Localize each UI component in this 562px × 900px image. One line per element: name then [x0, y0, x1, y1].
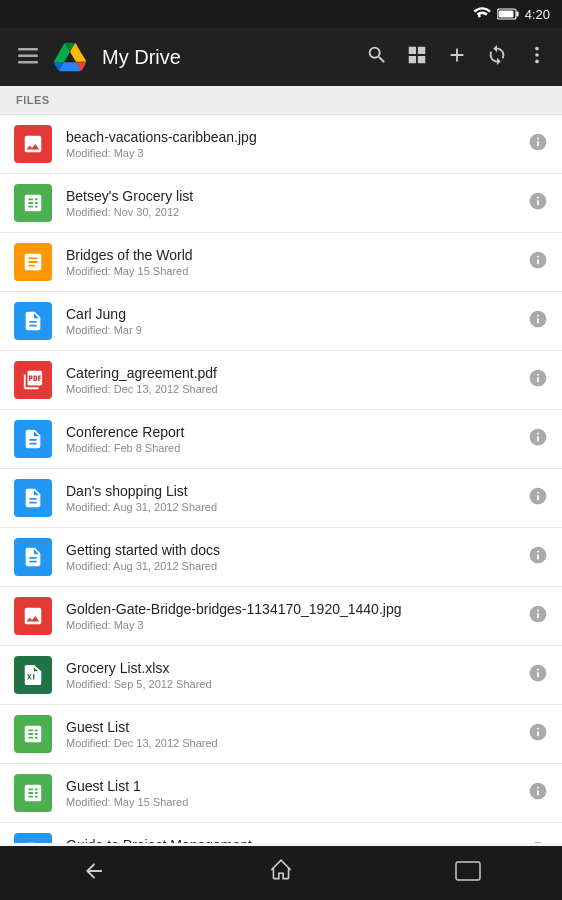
file-info-icon[interactable]	[528, 250, 548, 275]
status-icons: 4:20	[473, 7, 550, 22]
file-meta: Modified: May 3	[66, 619, 514, 631]
grid-view-icon[interactable]	[406, 44, 428, 71]
file-list: beach-vacations-caribbean.jpgModified: M…	[0, 115, 562, 843]
wifi-icon	[473, 7, 491, 21]
file-name: Grocery List.xlsx	[66, 660, 514, 676]
sync-icon[interactable]	[486, 44, 508, 71]
file-name: Bridges of the World	[66, 247, 514, 263]
file-info-icon[interactable]	[528, 663, 548, 688]
list-item[interactable]: Bridges of the WorldModified: May 15 Sha…	[0, 233, 562, 292]
file-info-icon[interactable]	[528, 309, 548, 334]
file-info: Bridges of the WorldModified: May 15 Sha…	[66, 247, 514, 277]
file-info-icon[interactable]	[528, 781, 548, 806]
file-meta: Modified: Dec 13, 2012 Shared	[66, 383, 514, 395]
add-icon[interactable]	[446, 44, 468, 71]
app-title: My Drive	[102, 46, 354, 69]
battery-icon	[497, 8, 519, 20]
file-info: Golden-Gate-Bridge-bridges-1134170_1920_…	[66, 601, 514, 631]
file-info-icon[interactable]	[528, 840, 548, 844]
svg-rect-2	[516, 12, 518, 17]
file-info: Guest List 1Modified: May 15 Shared	[66, 778, 514, 808]
recents-nav-icon[interactable]	[435, 851, 501, 895]
file-info-icon[interactable]	[528, 368, 548, 393]
list-item[interactable]: Grocery List.xlsxModified: Sep 5, 2012 S…	[0, 646, 562, 705]
file-name: Catering_agreement.pdf	[66, 365, 514, 381]
svg-point-0	[478, 15, 481, 18]
file-info-icon[interactable]	[528, 486, 548, 511]
list-item[interactable]: Betsey's Grocery listModified: Nov 30, 2…	[0, 174, 562, 233]
file-type-icon	[14, 715, 52, 753]
file-type-icon	[14, 833, 52, 843]
search-icon[interactable]	[366, 44, 388, 71]
list-item[interactable]: Conference ReportModified: Feb 8 Shared	[0, 410, 562, 469]
file-name: Guide to Project Management	[66, 837, 514, 843]
list-item[interactable]: Guest List 1Modified: May 15 Shared	[0, 764, 562, 823]
bottom-nav-bar	[0, 846, 562, 900]
svg-point-9	[535, 59, 539, 63]
file-type-icon	[14, 302, 52, 340]
list-item[interactable]: Dan's shopping ListModified: Aug 31, 201…	[0, 469, 562, 528]
file-type-icon	[14, 774, 52, 812]
home-nav-icon[interactable]	[248, 849, 314, 897]
drive-logo	[54, 41, 86, 73]
file-info-icon[interactable]	[528, 132, 548, 157]
hamburger-icon[interactable]	[14, 42, 42, 73]
file-meta: Modified: Aug 31, 2012 Shared	[66, 501, 514, 513]
file-info-icon[interactable]	[528, 722, 548, 747]
file-info: Guide to Project ManagementModified: Aug…	[66, 837, 514, 843]
status-time: 4:20	[525, 7, 550, 22]
back-nav-icon[interactable]	[61, 851, 127, 895]
file-name: beach-vacations-caribbean.jpg	[66, 129, 514, 145]
file-info: Conference ReportModified: Feb 8 Shared	[66, 424, 514, 454]
file-type-icon	[14, 597, 52, 635]
file-meta: Modified: Aug 31, 2012 Shared	[66, 560, 514, 572]
file-info-icon[interactable]	[528, 427, 548, 452]
file-info: Dan's shopping ListModified: Aug 31, 201…	[66, 483, 514, 513]
svg-rect-10	[456, 862, 480, 880]
toolbar-icons	[366, 44, 548, 71]
file-meta: Modified: Nov 30, 2012	[66, 206, 514, 218]
svg-rect-4	[18, 48, 38, 51]
file-name: Getting started with docs	[66, 542, 514, 558]
file-meta: Modified: May 15 Shared	[66, 265, 514, 277]
file-type-icon	[14, 479, 52, 517]
list-item[interactable]: Guide to Project ManagementModified: Aug…	[0, 823, 562, 843]
file-info: Getting started with docsModified: Aug 3…	[66, 542, 514, 572]
file-type-icon	[14, 125, 52, 163]
file-info-icon[interactable]	[528, 191, 548, 216]
file-type-icon	[14, 538, 52, 576]
file-name: Conference Report	[66, 424, 514, 440]
file-info-icon[interactable]	[528, 604, 548, 629]
list-item[interactable]: beach-vacations-caribbean.jpgModified: M…	[0, 115, 562, 174]
file-name: Guest List	[66, 719, 514, 735]
file-type-icon	[14, 361, 52, 399]
status-bar: 4:20	[0, 0, 562, 28]
svg-rect-3	[498, 11, 513, 18]
list-item[interactable]: Golden-Gate-Bridge-bridges-1134170_1920_…	[0, 587, 562, 646]
file-info: Guest ListModified: Dec 13, 2012 Shared	[66, 719, 514, 749]
file-info: beach-vacations-caribbean.jpgModified: M…	[66, 129, 514, 159]
svg-rect-6	[18, 61, 38, 64]
file-name: Golden-Gate-Bridge-bridges-1134170_1920_…	[66, 601, 514, 617]
file-info-icon[interactable]	[528, 545, 548, 570]
file-name: Carl Jung	[66, 306, 514, 322]
file-meta: Modified: May 3	[66, 147, 514, 159]
file-meta: Modified: Feb 8 Shared	[66, 442, 514, 454]
file-meta: Modified: Sep 5, 2012 Shared	[66, 678, 514, 690]
list-item[interactable]: Catering_agreement.pdfModified: Dec 13, …	[0, 351, 562, 410]
more-vert-icon[interactable]	[526, 44, 548, 71]
file-meta: Modified: May 15 Shared	[66, 796, 514, 808]
list-item[interactable]: Getting started with docsModified: Aug 3…	[0, 528, 562, 587]
svg-point-7	[535, 46, 539, 50]
list-item[interactable]: Guest ListModified: Dec 13, 2012 Shared	[0, 705, 562, 764]
file-info: Grocery List.xlsxModified: Sep 5, 2012 S…	[66, 660, 514, 690]
file-name: Dan's shopping List	[66, 483, 514, 499]
files-section-header: FILES	[0, 86, 562, 115]
file-type-icon	[14, 243, 52, 281]
file-type-icon	[14, 184, 52, 222]
list-item[interactable]: Carl JungModified: Mar 9	[0, 292, 562, 351]
file-meta: Modified: Mar 9	[66, 324, 514, 336]
file-info: Carl JungModified: Mar 9	[66, 306, 514, 336]
svg-rect-5	[18, 54, 38, 57]
svg-point-8	[535, 53, 539, 57]
